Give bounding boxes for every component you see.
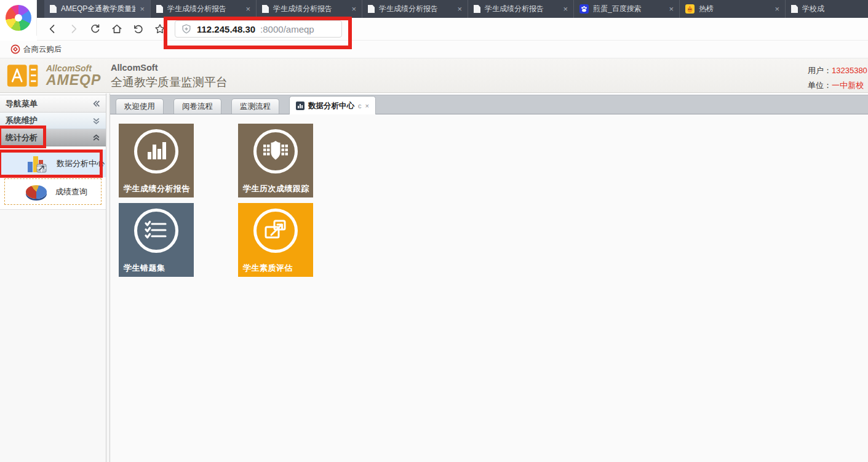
tab-close-icon[interactable]: × — [365, 98, 369, 113]
browser-window: AMEQP全通教学质量监 × 学生成绩分析报告 × 学生成绩分析报告 × 学生成… — [0, 0, 868, 462]
ameqp-logo-icon — [6, 62, 41, 90]
home-icon[interactable] — [110, 22, 124, 36]
tile-student-mistake-collection[interactable]: 学生错题集 — [119, 203, 194, 277]
section-label: 统计分析 — [6, 132, 38, 143]
menu-item-score-query[interactable]: 成绩查询 — [4, 178, 102, 205]
pie-chart-icon — [26, 185, 47, 199]
tile-label: 学生错题集 — [124, 263, 165, 274]
chevron-double-down-icon — [92, 117, 100, 125]
section-label: 系统维护 — [6, 115, 38, 126]
tile-student-score-analysis-report[interactable]: 学生成绩分析报告 — [119, 124, 194, 197]
browser-tab[interactable]: 热榜 × — [679, 0, 785, 18]
red-medal-icon — [10, 44, 20, 54]
browser-tab[interactable]: 学生成绩分析报告 × — [256, 0, 362, 18]
undo-icon[interactable] — [132, 22, 145, 36]
browser-tab[interactable]: 学生成绩分析报告 × — [150, 0, 256, 18]
app-header: AllcomSoft AMEQP AllcomSoft 全通教学质量监测平台 用… — [0, 58, 868, 93]
unit-value: 一中新校 — [832, 81, 864, 90]
checklist-icon — [134, 209, 178, 253]
page-icon — [368, 5, 375, 13]
hot-list-icon — [685, 4, 695, 14]
browser-tab-title: AMEQP全通教学质量监 — [61, 4, 135, 14]
product-name-zh: 全通教学质量监测平台 — [111, 74, 228, 90]
brand-name: AMEQP — [46, 73, 101, 87]
browser-pinwheel-logo-icon — [6, 5, 31, 31]
user-info: 用户：13235380 单位：一中新校 — [808, 63, 867, 93]
page-icon — [50, 5, 57, 13]
browser-tab[interactable]: 学生成绩分析报告 × — [362, 0, 468, 18]
workspace: 欢迎使用 阅卷流程 监测流程 数据分析中心 c × — [110, 94, 868, 462]
url-host[interactable]: 112.245.48.30 — [197, 24, 255, 34]
sidebar-section-system-maintenance[interactable]: 系统维护 — [0, 113, 106, 129]
main-area: 导航菜单 系统维护 统计分析 — [0, 94, 868, 462]
tab-close-icon[interactable]: × — [140, 4, 145, 14]
bookmark-item[interactable]: 合商云购后 — [10, 44, 62, 55]
browser-tab[interactable]: AMEQP全通教学质量监 × — [44, 0, 150, 18]
tab-label: 数据分析中心 — [308, 98, 354, 113]
url-path[interactable]: :8000/ameqp — [260, 24, 314, 34]
browser-tab-title: 学生成绩分析报告 — [485, 4, 559, 14]
navigation-sidebar: 导航菜单 系统维护 统计分析 — [0, 94, 106, 462]
sidebar-section-statistics[interactable]: 统计分析 — [0, 129, 106, 146]
tab-welcome[interactable]: 欢迎使用 — [116, 98, 164, 114]
browser-logo-box[interactable] — [0, 0, 37, 36]
tile-label: 学生素质评估 — [243, 263, 293, 274]
bar-chart-icon — [296, 102, 305, 110]
menu-item-data-analysis-center[interactable]: 数据分析中心 — [0, 149, 106, 177]
browser-toolbar: 112.245.48.30:8000/ameqp — [37, 18, 868, 41]
back-icon[interactable] — [46, 22, 59, 36]
tab-close-icon[interactable]: × — [245, 4, 250, 14]
tab-close-icon[interactable]: × — [351, 4, 356, 14]
bar-chart-icon — [26, 153, 48, 174]
page-icon — [262, 5, 269, 13]
baidu-paw-icon — [579, 4, 589, 14]
shield-icon — [181, 23, 192, 34]
tab-close-icon[interactable]: × — [774, 4, 779, 14]
bookmark-star-icon[interactable] — [153, 22, 167, 36]
tile-student-quality-assessment[interactable]: 学生素质评估 — [238, 203, 313, 277]
tab-close-icon[interactable]: × — [669, 4, 674, 14]
page-icon — [156, 5, 163, 13]
tile-student-history-score-tracking[interactable]: 学生历次成绩跟踪 — [238, 124, 313, 197]
tab-close-icon[interactable]: × — [457, 4, 462, 14]
collapse-sidebar-icon[interactable] — [92, 100, 100, 108]
bar-chart-icon — [134, 129, 178, 173]
tile-label: 学生历次成绩跟踪 — [243, 183, 309, 194]
sidebar-menu-panel: 数据分析中心 成绩查询 — [0, 146, 106, 210]
unit-label: 单位： — [808, 81, 832, 90]
browser-tab-title: 学生成绩分析报告 — [167, 4, 241, 14]
workspace-tab-strip: 欢迎使用 阅卷流程 监测流程 数据分析中心 c × — [110, 95, 868, 114]
user-label: 用户： — [808, 66, 832, 75]
tile-label: 学生成绩分析报告 — [124, 183, 190, 194]
browser-tab-title: 学生成绩分析报告 — [379, 4, 453, 14]
tab-close-icon[interactable]: × — [563, 4, 568, 14]
tab-data-analysis-center[interactable]: 数据分析中心 c × — [289, 96, 376, 114]
address-bar[interactable]: 112.245.48.30:8000/ameqp — [175, 20, 342, 38]
browser-tab[interactable]: 学生成绩分析报告 × — [468, 0, 573, 18]
app-brand: AllcomSoft AMEQP — [6, 62, 101, 90]
forward-icon[interactable] — [67, 22, 81, 36]
tab-monitor-process[interactable]: 监测流程 — [231, 98, 279, 114]
refresh-icon[interactable] — [89, 22, 102, 36]
product-title: AllcomSoft 全通教学质量监测平台 — [111, 63, 228, 90]
product-name-en: AllcomSoft — [111, 63, 228, 73]
browser-tab-bar: AMEQP全通教学质量监 × 学生成绩分析报告 × 学生成绩分析报告 × 学生成… — [0, 0, 868, 18]
export-icon — [253, 209, 298, 253]
sidebar-splitter[interactable] — [106, 94, 110, 462]
sidebar-title: 导航菜单 — [6, 98, 38, 110]
browser-tab[interactable]: 学校成 — [785, 0, 868, 18]
browser-tab-title: 热榜 — [699, 4, 770, 14]
tab-refresh-icon[interactable]: c — [358, 98, 362, 113]
bookmarks-bar: 合商云购后 — [0, 41, 868, 58]
brand-script: AllcomSoft — [46, 64, 101, 73]
menu-item-label: 数据分析中心 — [57, 158, 105, 169]
tiles-area: 学生成绩分析报告 — [110, 114, 868, 462]
user-value: 13235380 — [832, 66, 867, 75]
browser-tab[interactable]: 煎蛋_百度搜索 × — [573, 0, 679, 18]
browser-tab-title: 学校成 — [802, 4, 862, 14]
browser-tab-title: 煎蛋_百度搜索 — [593, 4, 664, 14]
tab-marking-process[interactable]: 阅卷流程 — [173, 98, 221, 114]
bookmark-label: 合商云购后 — [23, 44, 62, 55]
page-icon — [791, 5, 798, 13]
sidebar-title-bar: 导航菜单 — [0, 95, 106, 113]
